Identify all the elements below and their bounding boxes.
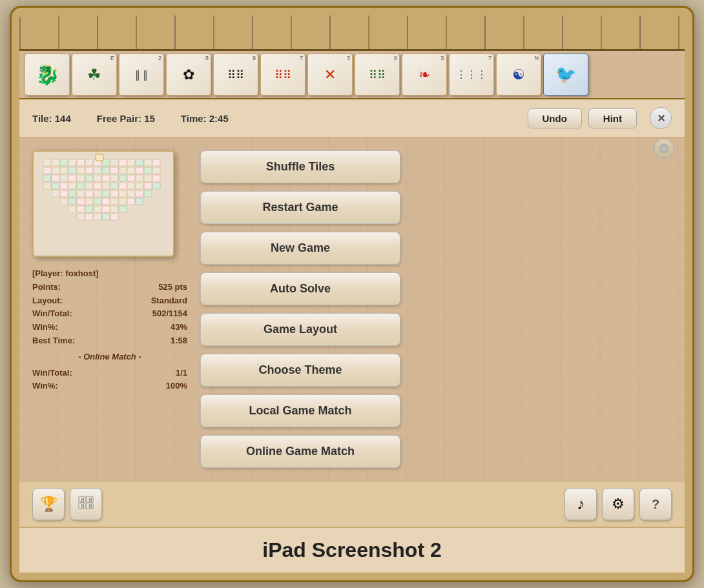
online-win-total-label: Win/Total:	[32, 367, 72, 380]
main-content: // We'll generate mini tiles via templat…	[19, 137, 685, 481]
undo-button[interactable]: Undo	[528, 108, 582, 128]
tile-10[interactable]: ⋮⋮⋮7	[449, 54, 494, 96]
trophy-button[interactable]: 🏆	[32, 488, 65, 520]
svg-rect-39	[127, 175, 135, 181]
left-panel: // We'll generate mini tiles via templat…	[32, 150, 187, 468]
tile-6[interactable]: ⠿⠿7	[260, 54, 305, 96]
win-total-value: 502/1154	[152, 307, 187, 321]
svg-rect-36	[102, 175, 110, 181]
tile-1[interactable]: 🐉	[25, 54, 70, 96]
svg-rect-52	[119, 183, 127, 189]
music-icon: ♪	[577, 495, 585, 513]
svg-rect-85	[119, 206, 127, 212]
tile-3[interactable]: ‖ ‖2	[119, 54, 164, 96]
svg-rect-23	[110, 167, 118, 174]
svg-rect-57	[52, 190, 59, 197]
svg-rect-58	[60, 190, 68, 197]
shuffle-tiles-button[interactable]: Shuffle Tiles	[200, 150, 400, 183]
svg-text:目: 目	[81, 498, 85, 502]
svg-rect-14	[152, 159, 160, 166]
svg-rect-64	[110, 190, 118, 197]
tile-7[interactable]: ✕3	[307, 54, 353, 96]
auto-solve-button[interactable]: Auto Solve	[200, 272, 400, 305]
svg-rect-44	[52, 183, 59, 189]
choose-theme-button[interactable]: Choose Theme	[200, 354, 400, 387]
music-button[interactable]: ♪	[564, 488, 597, 520]
svg-rect-90	[110, 214, 118, 220]
tile-count: Tile: 144	[32, 113, 71, 124]
svg-rect-75	[110, 198, 118, 205]
svg-rect-84	[110, 206, 118, 212]
svg-rect-51	[110, 183, 118, 189]
tile-9[interactable]: ❧S	[402, 54, 447, 96]
svg-rect-4	[68, 159, 76, 166]
tile-5[interactable]: ⠿⠿9	[213, 54, 258, 96]
settings-button[interactable]: ⚙	[602, 488, 634, 520]
layout-label: Layout:	[32, 294, 63, 308]
svg-rect-49	[94, 183, 101, 189]
best-time-label: Best Time:	[32, 334, 75, 348]
page-title-bar: iPad Screenshot 2	[19, 527, 685, 573]
tile-8[interactable]: ⠿⠿6	[355, 54, 400, 96]
svg-rect-11	[127, 159, 135, 166]
svg-rect-69	[60, 198, 68, 205]
tiles-button[interactable]: 目 目 目 目	[70, 488, 102, 520]
tile-12[interactable]: 🐦	[543, 54, 588, 96]
new-game-button[interactable]: New Game	[200, 232, 400, 265]
help-button[interactable]: ?	[639, 488, 672, 520]
free-pair-count: Free Pair: 15	[97, 113, 155, 124]
layout-value: Standard	[151, 294, 187, 308]
svg-rect-88	[94, 214, 101, 220]
svg-rect-83	[102, 206, 110, 212]
svg-rect-24	[119, 167, 127, 174]
svg-rect-72	[85, 198, 93, 205]
online-match-header: - Online Match -	[32, 350, 187, 364]
svg-rect-67	[136, 190, 143, 197]
bamboo-top-bar	[19, 15, 685, 51]
tile-4[interactable]: ✿8	[166, 54, 211, 96]
svg-rect-13	[144, 159, 152, 166]
tile-11[interactable]: ☯N	[496, 54, 541, 96]
svg-rect-77	[127, 198, 135, 205]
svg-rect-38	[119, 175, 127, 181]
scroll-knob	[659, 144, 668, 153]
close-button[interactable]: ✕	[650, 107, 672, 129]
bottom-bar: 🏆 目 目 目 目	[19, 481, 685, 527]
tile-2[interactable]: ☘E	[72, 54, 117, 96]
best-time-value: 1:58	[171, 334, 187, 348]
svg-rect-60	[77, 190, 85, 197]
svg-rect-10	[119, 159, 127, 166]
svg-rect-50	[102, 183, 110, 189]
svg-rect-74	[102, 198, 110, 205]
svg-rect-9	[110, 159, 118, 166]
online-game-match-button[interactable]: Online Game Match	[200, 435, 400, 468]
svg-rect-29	[43, 175, 51, 181]
svg-rect-80	[77, 206, 85, 212]
bottom-left-buttons: 🏆 目 目 目 目	[32, 488, 102, 520]
win-pct-value: 43%	[171, 321, 187, 334]
svg-rect-76	[119, 198, 127, 205]
svg-rect-41	[144, 175, 152, 181]
svg-rect-12	[136, 159, 143, 166]
game-layout-button[interactable]: Game Layout	[200, 313, 400, 346]
svg-rect-54	[136, 183, 143, 189]
svg-rect-63	[102, 190, 110, 197]
svg-rect-42	[152, 175, 160, 181]
svg-rect-6	[85, 159, 93, 166]
local-game-match-button[interactable]: Local Game Match	[200, 394, 400, 427]
svg-text:目: 目	[88, 498, 92, 502]
restart-game-button[interactable]: Restart Game	[200, 191, 400, 224]
game-preview: // We'll generate mini tiles via templat…	[32, 150, 174, 257]
tiles-icon: 目 目 目 目	[78, 495, 94, 513]
svg-rect-46	[68, 183, 76, 189]
online-win-total-row: Win/Total: 1/1	[32, 367, 187, 380]
svg-rect-45	[60, 183, 68, 189]
svg-rect-82	[94, 206, 101, 212]
svg-rect-34	[85, 175, 93, 181]
svg-rect-31	[60, 175, 68, 181]
win-pct-label: Win%:	[32, 321, 58, 334]
hint-button[interactable]: Hint	[588, 108, 637, 128]
scroll-indicator[interactable]	[654, 138, 674, 159]
points-value: 525 pts	[158, 281, 187, 294]
svg-rect-43	[43, 183, 51, 189]
